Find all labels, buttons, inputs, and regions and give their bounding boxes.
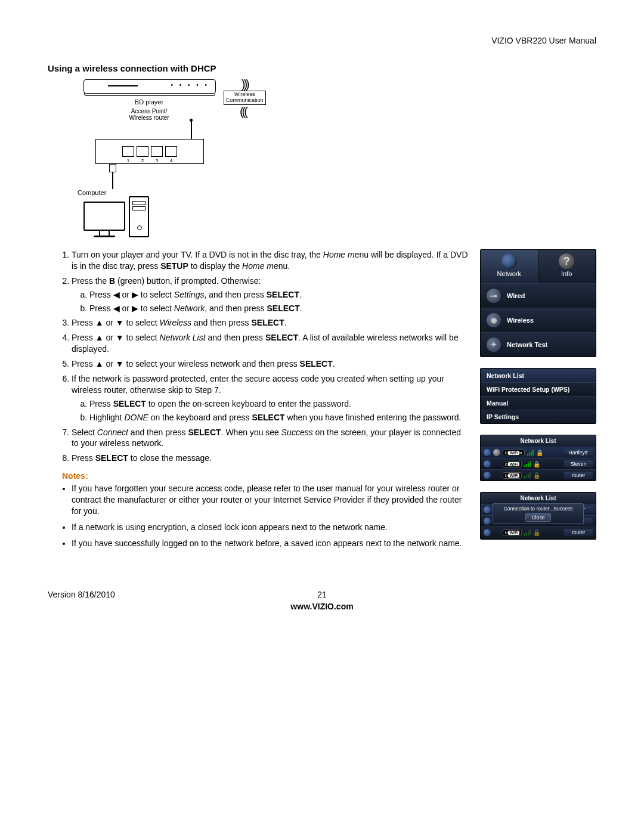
list-item: Press SELECT to close the message. (72, 453, 468, 464)
network-list-screenshot: Network List bWiFin 🔒 Hartleys' bWiFi 🔒 … (480, 435, 596, 481)
list-item: Press ◀ or ▶ to select Settings, and the… (89, 289, 468, 301)
list-item: Select Connect and then press SELECT. Wh… (72, 427, 468, 450)
signal-icon (527, 450, 534, 456)
unlock-icon: 🔓 (533, 472, 540, 479)
network-name: router (564, 529, 593, 536)
router-label: Access Point/Wireless router (78, 108, 221, 121)
list-item: Press ◀ or ▶ to select Network, and then… (89, 303, 468, 314)
network-test-icon (487, 337, 501, 352)
wifi-icon (487, 313, 501, 327)
tab-network[interactable]: Network (481, 250, 538, 283)
network-name: Steven (564, 460, 593, 467)
plug-icon (487, 289, 501, 303)
list-item: Highlight DONE on the keyboard and press… (89, 412, 468, 423)
wireless-label: ))) Wireless Communication ))) (224, 78, 266, 118)
bd-player-icon: • • • • • (83, 79, 216, 94)
network-row[interactable]: bWiFin 🔒 Hartleys' (481, 447, 596, 458)
network-name: Hartleys' (564, 449, 593, 456)
lock-icon: 🔒 (533, 461, 540, 467)
computer-icon (83, 196, 256, 237)
lock-icon: 🔒 (536, 450, 543, 456)
globe-icon (484, 460, 491, 467)
list-item: Press ▲ or ▼ to select your wireless net… (72, 358, 468, 370)
notes-list: If you have forgotten your secure access… (48, 483, 468, 549)
doc-title: VIZIO VBR220 User Manual (48, 36, 596, 45)
wifi-chip: bWiFi (503, 461, 522, 467)
footer-url: www.VIZIO.com (290, 602, 353, 611)
menu-item-network-list[interactable]: Network List (481, 368, 596, 382)
list-item: If a network is using encryption, a clos… (72, 522, 468, 533)
instruction-list: Turn on your player and your TV. If a DV… (48, 249, 468, 464)
network-row[interactable]: bWiFi 🔓 router (481, 527, 596, 538)
globe-icon (484, 449, 491, 456)
wifi-chip: bWiFin (503, 450, 525, 456)
wifi-chip: bWiFi (503, 472, 522, 479)
saved-icon (493, 449, 500, 456)
computer-label: Computer (78, 189, 256, 196)
popup-message: Connection to router...Success (496, 506, 581, 512)
list-item: If you have forgotten your secure access… (72, 483, 468, 517)
network-name: router (564, 472, 593, 479)
page-number: 21 (317, 590, 327, 599)
list-item: Press ▲ or ▼ to select Wireless and then… (72, 317, 468, 329)
list-item: Press ▲ or ▼ to select Network List and … (72, 332, 468, 355)
page-footer: Version 8/16/2010 21 www.VIZIO.com (48, 590, 596, 611)
cable-plug-icon (109, 164, 116, 172)
connection-diagram: • • • • • ))) Wireless Communication )))… (78, 79, 256, 237)
list-item: Turn on your player and your TV. If a DV… (72, 249, 468, 272)
globe-icon (484, 506, 491, 513)
tab-info[interactable]: ? Info (538, 250, 596, 283)
panel-title: Network List (481, 435, 596, 447)
list-item: If you have successfully logged on to th… (72, 538, 468, 549)
version-text: Version 8/16/2010 (48, 590, 115, 599)
antenna-icon (191, 121, 192, 139)
bd-player-label: BD player (78, 98, 221, 106)
connection-success-screenshot: Network List rtleys' even bWiFi 🔓 router (480, 492, 596, 540)
router-icon: 1 2 3 4 (95, 139, 204, 164)
wifi-chip: bWiFi (503, 529, 522, 536)
success-popup: Connection to router...Success Close (493, 503, 584, 524)
cable-icon (112, 172, 113, 189)
notes-label: Notes: (62, 471, 468, 481)
menu-item-wireless[interactable]: Wireless (481, 308, 596, 332)
network-menu-screenshot: Network ? Info Wired Wireless Network Te… (480, 249, 596, 357)
unlock-icon: 🔓 (533, 529, 540, 536)
globe-icon (484, 529, 491, 536)
wireless-submenu-screenshot: Network List WiFi Protected Setup (WPS) … (480, 368, 596, 424)
list-item: Press the B (green) button, if prompted.… (72, 275, 468, 314)
signal-icon (524, 461, 531, 467)
panel-title: Network List (481, 493, 596, 504)
menu-item-manual[interactable]: Manual (481, 396, 596, 410)
globe-icon (501, 253, 517, 269)
close-button[interactable]: Close (525, 513, 552, 522)
list-item: If the network is password protected, en… (72, 373, 468, 423)
signal-icon (524, 472, 531, 478)
section-title: Using a wireless connection with DHCP (48, 63, 596, 73)
globe-icon (484, 472, 491, 479)
menu-item-ip-settings[interactable]: IP Settings (481, 410, 596, 423)
question-icon: ? (559, 253, 574, 269)
signal-icon (524, 529, 531, 535)
network-row[interactable]: bWiFi 🔒 Steven (481, 458, 596, 469)
globe-icon (484, 518, 491, 525)
menu-item-wired[interactable]: Wired (481, 283, 596, 308)
list-item: Press SELECT to open the on-screen keybo… (89, 398, 468, 410)
menu-item-wps[interactable]: WiFi Protected Setup (WPS) (481, 382, 596, 396)
menu-item-network-test[interactable]: Network Test (481, 332, 596, 357)
network-row[interactable]: bWiFi 🔓 router (481, 469, 596, 481)
